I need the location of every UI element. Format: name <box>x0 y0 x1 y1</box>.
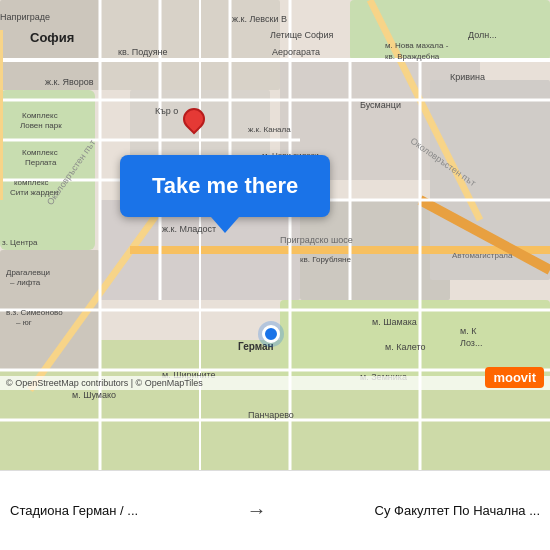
svg-text:м. Калето: м. Калето <box>385 342 425 352</box>
map-container: Околовръстен път Околовръстен път Пригра… <box>0 0 550 470</box>
svg-text:Панчарево: Панчарево <box>248 410 294 420</box>
svg-rect-0 <box>0 0 550 470</box>
svg-text:Перлата: Перлата <box>25 158 57 167</box>
route-from: Стадиона Герман / ... <box>10 503 138 518</box>
svg-text:Лоз...: Лоз... <box>460 338 482 348</box>
svg-text:в.з. Симеоново: в.з. Симеоново <box>6 308 63 317</box>
svg-rect-6 <box>0 0 100 90</box>
svg-text:Аерогарата: Аерогарата <box>272 47 320 57</box>
svg-text:м. К: м. К <box>460 326 477 336</box>
svg-text:– лифта: – лифта <box>10 278 41 287</box>
map-attribution: © OpenStreetMap contributors | © OpenMap… <box>0 376 550 390</box>
svg-text:кв. Подуяне: кв. Подуяне <box>118 47 168 57</box>
svg-line-13 <box>30 210 160 390</box>
svg-rect-2 <box>350 0 550 60</box>
svg-text:м. Шумако: м. Шумако <box>72 390 116 400</box>
svg-text:кв. Горубляне: кв. Горубляне <box>300 255 352 264</box>
svg-text:ж.к. Яворов: ж.к. Яворов <box>45 77 94 87</box>
destination-pin <box>183 108 205 130</box>
svg-text:ж.к. Канала: ж.к. Канала <box>248 125 291 134</box>
svg-text:з. Центра: з. Центра <box>2 238 38 247</box>
svg-rect-1 <box>0 90 95 250</box>
svg-text:Драгалевци: Драгалевци <box>6 268 50 277</box>
callout-arrow <box>211 217 239 233</box>
route-arrow-icon: → <box>246 499 266 522</box>
from-label: Стадиона Герман / ... <box>10 503 138 518</box>
svg-text:София: София <box>30 30 74 45</box>
svg-text:Околовръстен път: Околовръстен път <box>409 136 478 188</box>
svg-text:Долн...: Долн... <box>468 30 497 40</box>
moovit-logo: moovit <box>485 367 544 388</box>
svg-text:– юг: – юг <box>16 318 32 327</box>
to-label: Су Факултет По Начална ... <box>375 503 540 518</box>
svg-text:ж.к. Левски В: ж.к. Левски В <box>232 14 287 24</box>
svg-text:кв. Враждебна: кв. Враждебна <box>385 52 440 61</box>
svg-text:м. Нова махала -: м. Нова махала - <box>385 41 449 50</box>
pin-head <box>178 103 209 134</box>
svg-rect-5 <box>100 0 280 90</box>
svg-text:Околовръстен път: Околовръстен път <box>45 138 97 207</box>
svg-text:комплекс: комплекс <box>14 178 49 187</box>
svg-line-14 <box>370 0 480 220</box>
callout: Take me there <box>120 155 330 233</box>
svg-text:Наприграде: Наприграде <box>0 12 50 22</box>
svg-text:Сити жарден: Сити жарден <box>10 188 58 197</box>
svg-rect-3 <box>0 340 550 470</box>
svg-text:Приградско шосе: Приградско шосе <box>280 235 353 245</box>
svg-line-16 <box>420 200 550 270</box>
svg-rect-9 <box>0 250 100 370</box>
bottom-bar: Стадиона Герман / ... → Су Факултет По Н… <box>0 470 550 550</box>
svg-text:Кър о: Кър о <box>155 106 178 116</box>
svg-text:Бусманци: Бусманци <box>360 100 401 110</box>
svg-rect-12 <box>430 80 550 280</box>
map-roads-svg: Околовръстен път Околовръстен път Пригра… <box>0 0 550 470</box>
svg-text:Комплекс: Комплекс <box>22 111 58 120</box>
svg-text:Кривина: Кривина <box>450 72 485 82</box>
svg-text:Автомагистрала: Автомагистрала <box>452 251 513 260</box>
svg-text:Ловен парк: Ловен парк <box>20 121 62 130</box>
svg-text:м. Шамака: м. Шамака <box>372 317 417 327</box>
take-me-there-button[interactable]: Take me there <box>120 155 330 217</box>
route-to: Су Факултет По Начална ... <box>375 503 540 518</box>
svg-text:Летище София: Летище София <box>270 30 334 40</box>
current-location-dot <box>262 325 280 343</box>
svg-text:Комплекс: Комплекс <box>22 148 58 157</box>
